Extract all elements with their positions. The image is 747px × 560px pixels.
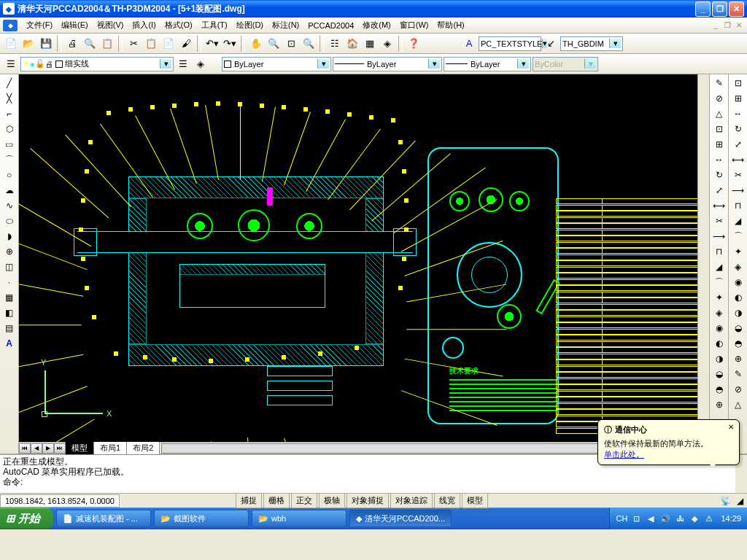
menu-window[interactable]: 窗口(W) — [395, 18, 433, 32]
lineweight-combo[interactable]: ByLayer▾ — [444, 57, 531, 71]
tool-button[interactable]: ✂ — [712, 214, 727, 228]
tool-button[interactable]: ◓ — [712, 382, 727, 397]
color-combo[interactable]: ByLayer▾ — [222, 57, 331, 71]
tool-button[interactable]: ◢ — [731, 214, 746, 228]
close-button[interactable]: ✕ — [729, 1, 744, 17]
rect-icon[interactable]: ▭ — [2, 137, 17, 152]
taskbar-item[interactable]: 📄减速机装配图 - ... — [56, 510, 151, 527]
region-icon[interactable]: ◧ — [2, 306, 17, 320]
tool-button[interactable]: ✎ — [712, 76, 727, 90]
tool-button[interactable]: ↻ — [712, 168, 727, 182]
menu-help[interactable]: 帮助(H) — [433, 18, 468, 32]
pline-icon[interactable]: ⌐ — [2, 106, 17, 121]
publish-button[interactable]: 📋 — [99, 36, 115, 52]
save-button[interactable]: 💾 — [38, 36, 54, 52]
tab-last-button[interactable]: ⏭ — [54, 443, 66, 454]
dimstyle-combo[interactable]: TH_GBDIM▾ — [560, 36, 623, 51]
tool-button[interactable]: ⊕ — [731, 351, 746, 366]
hatch-icon[interactable]: ▦ — [2, 290, 17, 305]
tray-icon[interactable]: 🔊 — [659, 513, 671, 524]
purge-button[interactable]: ◈ — [379, 36, 395, 52]
tool-button[interactable]: ◓ — [731, 336, 746, 351]
mdi-restore-button[interactable]: ❐ — [722, 20, 732, 31]
tab-prev-button[interactable]: ◀ — [31, 443, 42, 454]
menu-modify[interactable]: 修改(M) — [358, 18, 395, 32]
mode-otrack[interactable]: 对象追踪 — [390, 493, 433, 508]
help-button[interactable]: ❓ — [406, 36, 422, 52]
tool-button[interactable]: ⊞ — [712, 137, 727, 152]
tool-button[interactable]: ◐ — [712, 336, 727, 351]
xline-icon[interactable]: ╳ — [2, 91, 17, 106]
zoom-prev-button[interactable]: 🔍 — [301, 36, 317, 52]
tab-first-button[interactable]: ⏮ — [19, 443, 31, 454]
zoom-button[interactable]: 🔍 — [266, 36, 282, 52]
tray-icon[interactable]: 🖧 — [674, 513, 686, 524]
mode-lwt[interactable]: 线宽 — [434, 493, 460, 508]
tool-button[interactable]: ✦ — [712, 290, 727, 305]
polygon-icon[interactable]: ⬡ — [2, 122, 17, 136]
tool-button[interactable]: ⌒ — [731, 229, 746, 244]
mode-grid[interactable]: 栅格 — [263, 493, 290, 508]
tool-button[interactable]: ↔ — [712, 152, 727, 167]
tab-layout1[interactable]: 布局1 — [93, 442, 127, 455]
menu-view[interactable]: 视图(V) — [93, 18, 128, 32]
comm-center-icon[interactable]: 📡 — [718, 494, 732, 508]
tool-button[interactable]: ⊕ — [712, 397, 727, 412]
tool-button[interactable]: ⤢ — [712, 183, 727, 198]
textstyle-combo[interactable]: PC_TEXTSTYLE▾ — [479, 36, 541, 51]
tool-button[interactable]: ✎ — [731, 367, 746, 381]
layer-prev-button[interactable]: ☰ — [175, 56, 191, 72]
block-icon[interactable]: ◫ — [2, 260, 17, 274]
tray-icon[interactable]: ◆ — [689, 513, 700, 524]
dimstyle-icon[interactable]: ↙ — [543, 36, 559, 52]
preview-button[interactable]: 🔍 — [82, 36, 98, 52]
linetype-combo[interactable]: ByLayer▾ — [333, 57, 442, 71]
menu-draw[interactable]: 绘图(D) — [232, 18, 268, 32]
textstyle-icon[interactable]: A — [461, 36, 477, 52]
tool-button[interactable]: ⊞ — [731, 91, 746, 106]
tool-button[interactable]: ⟷ — [712, 198, 727, 213]
tool-button[interactable]: ◢ — [712, 260, 727, 274]
layer-state-button[interactable]: ◈ — [193, 56, 209, 72]
notif-close-button[interactable]: ✕ — [726, 423, 736, 433]
menu-insert[interactable]: 插入(I) — [128, 18, 160, 32]
mode-snap[interactable]: 捕捉 — [236, 493, 262, 508]
menu-pccad[interactable]: PCCAD2004 — [303, 20, 358, 31]
notif-link[interactable]: 单击此处。 — [604, 450, 644, 459]
tool-button[interactable]: ◑ — [731, 306, 746, 320]
plot-button[interactable]: 🖨 — [64, 36, 80, 52]
tab-model[interactable]: 模型 — [65, 442, 94, 455]
tool-button[interactable]: ◈ — [731, 260, 746, 274]
ellipse-icon[interactable]: ⬭ — [2, 214, 17, 228]
zoom-win-button[interactable]: ⊡ — [283, 36, 299, 52]
mtext-icon[interactable]: A — [2, 336, 17, 351]
tool-button[interactable]: ⟶ — [712, 229, 727, 244]
toolpal-button[interactable]: ▦ — [362, 36, 378, 52]
drawing-area[interactable]: /*generated inline below*/ 技术要求 — [19, 74, 709, 454]
dcenter-button[interactable]: 🏠 — [344, 36, 360, 52]
tray-icon[interactable]: ⚠ — [703, 513, 715, 524]
tool-button[interactable]: ◐ — [731, 290, 746, 305]
menu-tools[interactable]: 工具(T) — [197, 18, 232, 32]
mdi-min-button[interactable]: _ — [711, 20, 721, 31]
tool-button[interactable]: ◑ — [712, 351, 727, 366]
tab-next-button[interactable]: ▶ — [42, 443, 54, 454]
taskbar-item[interactable]: 📂截图软件 — [154, 510, 249, 527]
tool-button[interactable]: ⌒ — [712, 275, 727, 289]
tool-button[interactable]: ↔ — [731, 106, 746, 121]
tool-button[interactable]: ⊘ — [712, 91, 727, 106]
arc-icon[interactable]: ⌒ — [2, 152, 17, 167]
line-icon[interactable]: ╱ — [2, 76, 17, 90]
lock-icon[interactable]: ◢ — [732, 494, 747, 508]
tool-button[interactable]: ✂ — [731, 168, 746, 182]
tray-icon[interactable]: ◀ — [645, 513, 657, 524]
paste-button[interactable]: 📄 — [160, 36, 177, 52]
spline-icon[interactable]: ∿ — [2, 198, 17, 213]
lang-indicator[interactable]: CH — [616, 513, 627, 524]
tool-button[interactable]: ◉ — [731, 275, 746, 289]
tool-button[interactable]: ⊡ — [731, 76, 746, 90]
tool-button[interactable]: ⤢ — [731, 137, 746, 152]
taskbar-item[interactable]: 📂wbh — [252, 510, 347, 527]
tray-icon[interactable]: ⊡ — [630, 513, 642, 524]
menu-edit[interactable]: 编辑(E) — [57, 18, 93, 32]
